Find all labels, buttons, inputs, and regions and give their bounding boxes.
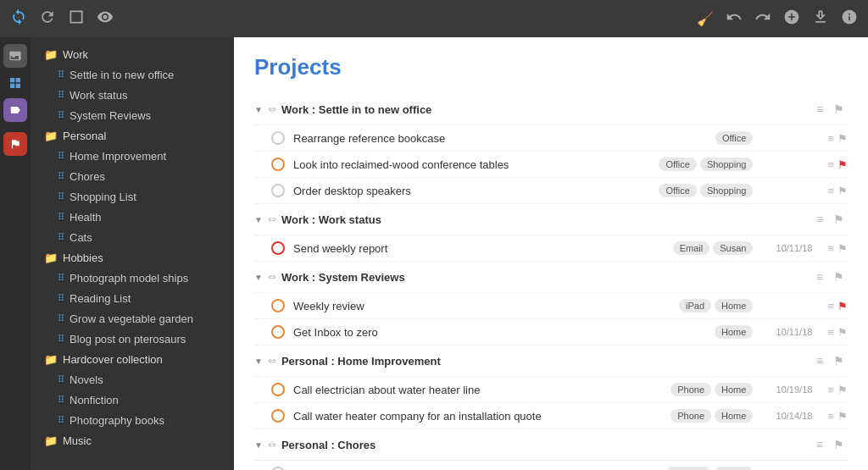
collapse-triangle-chores[interactable]: ▼ [254, 440, 263, 450]
task-circle-t6[interactable] [271, 325, 285, 339]
tag-office-t3[interactable]: Office [659, 184, 697, 197]
task-flag-btn-t8[interactable]: ⚑ [837, 410, 848, 423]
task-circle-t1[interactable] [271, 131, 285, 145]
task-notes-btn-t6[interactable]: ≡ [827, 326, 834, 339]
node-icon-grow-vegetable-garden: ⠿ [58, 313, 64, 324]
task-notes-btn-t9[interactable]: ≡ [827, 467, 834, 471]
redo-icon[interactable] [754, 8, 771, 30]
task-flag-btn-t2[interactable]: ⚑ [837, 158, 848, 171]
task-notes-btn-t2[interactable]: ≡ [827, 158, 834, 171]
collapse-triangle-settle-in[interactable]: ▼ [254, 105, 263, 114]
sidebar-item-work-status[interactable]: ⠿ Work status [34, 86, 231, 105]
tag-office-t2[interactable]: Office [659, 158, 697, 171]
tag-susan-t4[interactable]: Susan [713, 241, 753, 255]
section-notes-btn-settle-in[interactable]: ≡ [813, 101, 826, 118]
tag-outside-t9[interactable]: Outside [665, 467, 711, 470]
task-circle-t2[interactable] [271, 158, 285, 171]
sidebar-icon-inbox[interactable] [3, 44, 27, 68]
tag-office-t1[interactable]: Office [715, 131, 754, 145]
task-notes-btn-t3[interactable]: ≡ [827, 185, 834, 197]
tag-ipad-t5[interactable]: iPad [679, 299, 711, 312]
section-header-system-reviews: ▼ ⇔ Work : System Reviews ≡ ⚑ [254, 262, 848, 293]
sidebar-icon-tag[interactable] [3, 98, 27, 122]
task-date-t7: 10/19/18 [761, 384, 812, 395]
tag-home-t6[interactable]: Home [715, 325, 753, 339]
sidebar-item-home-improvement-label: Home Improvement [70, 150, 166, 163]
task-notes-btn-t7[interactable]: ≡ [827, 384, 834, 396]
sync-icon[interactable] [10, 8, 27, 30]
sidebar-item-reading-list[interactable]: ⠿ Reading List [34, 289, 231, 308]
sidebar-item-hobbies-label: Hobbies [63, 252, 103, 264]
task-flag-btn-t9[interactable]: ⚑ [837, 467, 848, 471]
task-circle-t4[interactable] [271, 241, 285, 255]
task-flag-btn-t1[interactable]: ⚑ [837, 132, 848, 145]
collapse-triangle-work-status[interactable]: ▼ [254, 215, 263, 224]
sidebar-item-shopping-list[interactable]: ⠿ Shopping List [34, 187, 231, 207]
sidebar-item-personal[interactable]: 📁 Personal [34, 126, 231, 146]
tag-phone-t8[interactable]: Phone [670, 409, 711, 423]
tag-home-t5[interactable]: Home [715, 299, 753, 312]
sidebar-item-cats[interactable]: ⠿ Cats [34, 228, 231, 247]
sidebar-item-hobbies[interactable]: 📁 Hobbies [34, 248, 231, 268]
sidebar-item-system-reviews[interactable]: ⠿ System Reviews [34, 106, 231, 125]
eye-icon[interactable] [97, 8, 114, 30]
sidebar-item-home-improvement[interactable]: ⠿ Home Improvement [34, 147, 231, 166]
task-date-t8: 10/14/18 [761, 411, 812, 421]
section-flag-btn-system-reviews[interactable]: ⚑ [830, 268, 848, 285]
sidebar-item-settle-in[interactable]: ⠿ Settle in to new office [34, 65, 231, 85]
task-notes-btn-t4[interactable]: ≡ [827, 242, 834, 255]
task-notes-btn-t1[interactable]: ≡ [827, 132, 834, 145]
refresh-icon[interactable] [39, 8, 56, 30]
section-flag-btn-settle-in[interactable]: ⚑ [830, 101, 848, 118]
section-notes-btn-chores[interactable]: ≡ [813, 436, 826, 453]
sidebar-item-grow-vegetable-garden[interactable]: ⠿ Grow a vegetable garden [34, 309, 231, 329]
task-flag-btn-t4[interactable]: ⚑ [837, 242, 848, 255]
task-flag-btn-t7[interactable]: ⚑ [837, 384, 848, 396]
task-flag-btn-t6[interactable]: ⚑ [837, 326, 848, 339]
task-flag-btn-t3[interactable]: ⚑ [837, 185, 848, 197]
section-system-reviews: ▼ ⇔ Work : System Reviews ≡ ⚑ Weekly rev… [254, 262, 848, 346]
sidebar-item-photography-books[interactable]: ⠿ Photography books [34, 411, 231, 430]
sidebar-item-blog-post-pterosaurs[interactable]: ⠿ Blog post on pterosaurs [34, 329, 231, 349]
task-circle-t9[interactable] [271, 467, 285, 470]
task-circle-t3[interactable] [271, 184, 285, 197]
section-notes-btn-system-reviews[interactable]: ≡ [813, 268, 826, 285]
sidebar-item-nonfiction[interactable]: ⠿ Nonfiction [34, 390, 231, 410]
tag-home-t7[interactable]: Home [715, 383, 753, 396]
sidebar-icon-flag[interactable] [3, 132, 27, 156]
section-notes-btn-work-status[interactable]: ≡ [813, 211, 826, 228]
download-icon[interactable] [812, 8, 829, 30]
task-flag-btn-t5[interactable]: ⚑ [837, 300, 848, 312]
sidebar-item-hardcover-collection[interactable]: 📁 Hardcover collection [34, 350, 231, 369]
clean-icon[interactable]: 🧹 [697, 11, 714, 27]
task-notes-btn-t8[interactable]: ≡ [827, 410, 834, 423]
undo-icon[interactable] [726, 8, 743, 30]
sidebar-icon-grid[interactable] [3, 71, 27, 95]
section-flag-btn-work-status[interactable]: ⚑ [830, 211, 848, 228]
sidebar-item-novels[interactable]: ⠿ Novels [34, 370, 231, 390]
tag-email-t4[interactable]: Email [673, 241, 710, 255]
collapse-triangle-system-reviews[interactable]: ▼ [254, 273, 263, 282]
task-notes-btn-t5[interactable]: ≡ [827, 300, 834, 312]
add-icon[interactable] [783, 8, 800, 30]
sidebar-item-work[interactable]: 📁 Work [34, 45, 231, 64]
sidebar-item-music[interactable]: 📁 Music [34, 431, 231, 451]
task-circle-t8[interactable] [271, 409, 285, 423]
tag-shopping-t2[interactable]: Shopping [700, 158, 754, 171]
collapse-triangle-home-improvement[interactable]: ▼ [254, 357, 263, 366]
sidebar-item-photograph-model-ships[interactable]: ⠿ Photograph model ships [34, 268, 231, 288]
task-circle-t5[interactable] [271, 299, 285, 312]
section-flag-btn-home-improvement[interactable]: ⚑ [830, 352, 848, 369]
sidebar-item-health[interactable]: ⠿ Health [34, 207, 231, 227]
section-actions-home-improvement: ≡ ⚑ [813, 352, 848, 369]
tag-phone-t7[interactable]: Phone [670, 383, 711, 396]
section-notes-btn-home-improvement[interactable]: ≡ [813, 352, 826, 369]
task-circle-t7[interactable] [271, 383, 285, 396]
info-icon[interactable] [841, 8, 858, 30]
tag-shopping-t3[interactable]: Shopping [700, 184, 754, 197]
section-flag-btn-chores[interactable]: ⚑ [830, 436, 848, 453]
tag-home-t9[interactable]: Home [715, 467, 753, 470]
window-icon[interactable] [68, 8, 85, 30]
tag-home-t8[interactable]: Home [715, 409, 753, 423]
sidebar-item-chores[interactable]: ⠿ Chores [34, 167, 231, 186]
